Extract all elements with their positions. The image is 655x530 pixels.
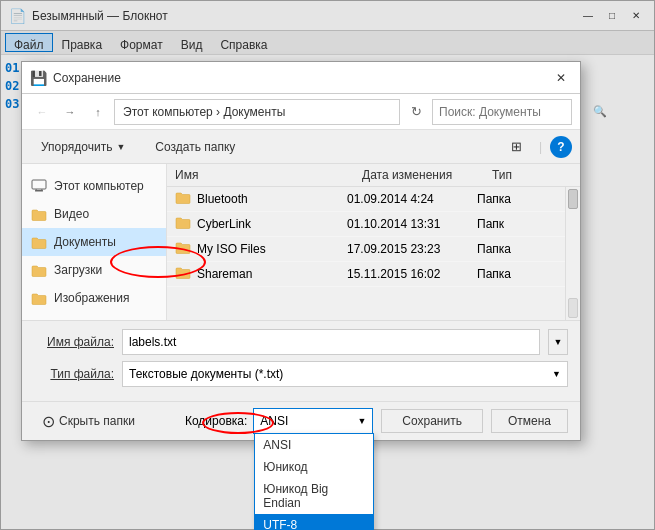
folder-icon xyxy=(175,191,191,207)
file-row[interactable]: CyberLink 01.10.2014 13:31 Папк xyxy=(167,212,565,237)
file-date: 01.09.2014 4:24 xyxy=(347,192,477,206)
hide-folders-label: Скрыть папки xyxy=(59,414,135,428)
help-button[interactable]: ? xyxy=(550,136,572,158)
sidebar-label-video: Видео xyxy=(54,207,89,221)
folder-downloads-icon xyxy=(30,261,48,279)
toolbar: Упорядочить ▼ Создать папку ⊞ | ? xyxy=(22,130,580,164)
forward-button[interactable]: → xyxy=(58,100,82,124)
file-name-cell: My ISO Files xyxy=(175,241,347,257)
encoding-label: Кодировка: xyxy=(185,414,247,428)
scrollbar[interactable] xyxy=(565,187,580,320)
organize-chevron: ▼ xyxy=(116,142,125,152)
new-folder-button[interactable]: Создать папку xyxy=(144,136,246,158)
cancel-label: Отмена xyxy=(508,414,551,428)
dialog-overlay: 💾 Сохранение ✕ ← → ↑ Этот компьютер › До… xyxy=(1,1,654,529)
filetype-value: Текстовые документы (*.txt) xyxy=(129,367,283,381)
sidebar: Этот компьютер Видео Документы xyxy=(22,164,167,320)
filename-row: Имя файла: ▼ xyxy=(34,329,568,355)
sidebar-label-documents: Документы xyxy=(54,235,116,249)
dropdown-arrow-icon: ▼ xyxy=(554,337,563,347)
dialog-close-button[interactable]: ✕ xyxy=(550,67,572,89)
encoding-option-utf-8[interactable]: UTF-8 xyxy=(255,514,373,530)
dialog-title: Сохранение xyxy=(53,71,121,85)
folder-icon xyxy=(175,241,191,257)
encoding-menu: ANSIЮникодЮникод Big EndianUTF-8 xyxy=(254,433,374,530)
up-button[interactable]: ↑ xyxy=(86,100,110,124)
encoding-option-ansi[interactable]: ANSI xyxy=(255,434,373,456)
new-folder-label: Создать папку xyxy=(155,140,235,154)
filetype-label: Тип файла: xyxy=(34,367,114,381)
encoding-dropdown[interactable]: ANSI ▼ ANSIЮникодЮникод Big EndianUTF-8 xyxy=(253,408,373,434)
hide-folders-icon: ⊙ xyxy=(42,412,55,431)
folder-icon xyxy=(175,266,191,282)
file-type: Папка xyxy=(477,192,557,206)
dialog-title-left: 💾 Сохранение xyxy=(30,70,121,86)
refresh-button[interactable]: ↻ xyxy=(404,100,428,124)
folder-video-icon xyxy=(30,205,48,223)
view-separator: | xyxy=(539,140,542,154)
filename-input[interactable] xyxy=(122,329,540,355)
file-list-container: Имя Дата изменения Тип Bluetooth 01.09.2… xyxy=(167,164,580,320)
breadcrumb: Этот компьютер › Документы xyxy=(114,99,400,125)
col-type[interactable]: Тип xyxy=(492,168,572,182)
file-row[interactable]: Shareman 15.11.2015 16:02 Папка xyxy=(167,262,565,287)
file-list-inner: Bluetooth 01.09.2014 4:24 Папка CyberLin… xyxy=(167,187,565,320)
back-button[interactable]: ← xyxy=(30,100,54,124)
filetype-dropdown[interactable]: Текстовые документы (*.txt) ▼ xyxy=(122,361,568,387)
file-type: Папк xyxy=(477,217,557,231)
file-name-text: Shareman xyxy=(197,267,252,281)
notepad-window: 📄 Безымянный — Блокнот — □ ✕ Файл Правка… xyxy=(0,0,655,530)
file-type: Папка xyxy=(477,242,557,256)
bottom-action-row: ⊙ Скрыть папки Кодировка: ANSI ▼ ANSIЮни… xyxy=(22,401,580,440)
computer-icon xyxy=(30,177,48,195)
sidebar-item-downloads[interactable]: Загрузки xyxy=(22,256,166,284)
file-row[interactable]: Bluetooth 01.09.2014 4:24 Папка xyxy=(167,187,565,212)
dialog-icon: 💾 xyxy=(30,70,47,86)
save-label: Сохранить xyxy=(402,414,462,428)
col-name[interactable]: Имя xyxy=(175,168,362,182)
svg-line-3 xyxy=(42,189,43,191)
nav-bar: ← → ↑ Этот компьютер › Документы ↻ 🔍 xyxy=(22,94,580,130)
sidebar-item-video[interactable]: Видео xyxy=(22,200,166,228)
sidebar-item-documents[interactable]: Документы xyxy=(22,228,166,256)
view-toggle-button[interactable]: ⊞ xyxy=(503,134,531,160)
folder-icon xyxy=(175,216,191,232)
svg-rect-0 xyxy=(32,180,46,189)
sidebar-item-images[interactable]: Изображения xyxy=(22,284,166,312)
folder-images-icon xyxy=(30,289,48,307)
view-icon: ⊞ xyxy=(511,139,522,154)
filename-dropdown-btn[interactable]: ▼ xyxy=(548,329,568,355)
encoding-option-юникод[interactable]: Юникод xyxy=(255,456,373,478)
encoding-arrow-icon: ▼ xyxy=(357,416,366,426)
sidebar-item-computer[interactable]: Этот компьютер xyxy=(22,172,166,200)
file-date: 15.11.2015 16:02 xyxy=(347,267,477,281)
search-box[interactable]: 🔍 xyxy=(432,99,572,125)
save-button[interactable]: Сохранить xyxy=(381,409,483,433)
encoding-option-юникод-big-endian[interactable]: Юникод Big Endian xyxy=(255,478,373,514)
file-row[interactable]: My ISO Files 17.09.2015 23:23 Папка xyxy=(167,237,565,262)
filename-label: Имя файла: xyxy=(34,335,114,349)
file-name-text: CyberLink xyxy=(197,217,251,231)
cancel-button[interactable]: Отмена xyxy=(491,409,568,433)
svg-line-2 xyxy=(36,189,37,191)
sidebar-label-downloads: Загрузки xyxy=(54,263,102,277)
organize-button[interactable]: Упорядочить ▼ xyxy=(30,136,136,158)
file-name-cell: Shareman xyxy=(175,266,347,282)
filetype-row: Тип файла: Текстовые документы (*.txt) ▼ xyxy=(34,361,568,387)
hide-folders-button[interactable]: ⊙ Скрыть папки xyxy=(34,409,143,434)
filetype-arrow-icon: ▼ xyxy=(552,369,561,379)
folder-documents-icon xyxy=(30,233,48,251)
breadcrumb-text: Этот компьютер › Документы xyxy=(123,105,285,119)
file-name-cell: CyberLink xyxy=(175,216,347,232)
file-date: 01.10.2014 13:31 xyxy=(347,217,477,231)
file-name-text: Bluetooth xyxy=(197,192,248,206)
file-name-text: My ISO Files xyxy=(197,242,266,256)
encoding-current: ANSI xyxy=(260,414,288,428)
save-dialog: 💾 Сохранение ✕ ← → ↑ Этот компьютер › До… xyxy=(21,61,581,441)
file-list-header: Имя Дата изменения Тип xyxy=(167,164,580,187)
col-date[interactable]: Дата изменения xyxy=(362,168,492,182)
file-area: Этот компьютер Видео Документы xyxy=(22,164,580,320)
search-input[interactable] xyxy=(439,105,589,119)
file-type: Папка xyxy=(477,267,557,281)
file-list-scroll: Bluetooth 01.09.2014 4:24 Папка CyberLin… xyxy=(167,187,580,320)
